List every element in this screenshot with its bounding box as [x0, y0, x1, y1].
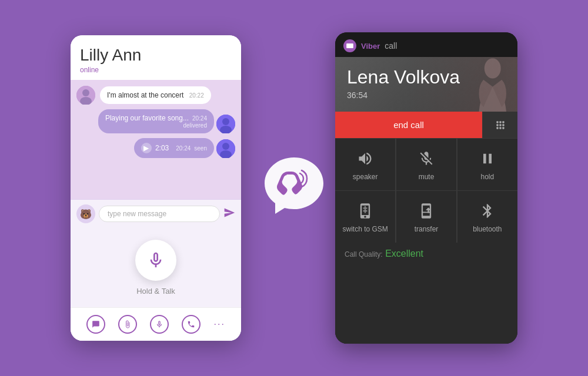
call-quality-label: Call Quality:: [345, 250, 383, 258]
emoji-button[interactable]: 🐻: [76, 204, 95, 223]
svg-point-7: [222, 143, 229, 150]
svg-rect-11: [499, 121, 501, 123]
gsm-icon: [355, 200, 376, 221]
call-quality-value: Excellent: [385, 249, 423, 258]
bottom-nav: ···: [71, 307, 241, 341]
svg-rect-12: [502, 121, 504, 123]
hold-talk-button[interactable]: [135, 240, 176, 281]
svg-rect-13: [496, 124, 498, 126]
nav-chat-icon[interactable]: [86, 315, 105, 334]
call-actions-top: speaker mute: [335, 139, 517, 191]
call-header-label: call: [385, 41, 397, 51]
msg-time-1: 20:22: [189, 92, 204, 99]
msg-status-2: delivered: [105, 122, 207, 129]
svg-rect-18: [502, 127, 504, 129]
phone-right: Viber call Lena Volkova 36:54 end call: [335, 32, 517, 344]
avatar-1: [76, 86, 95, 105]
hold-talk-label: Hold & Talk: [136, 287, 175, 296]
msg-text-2: Playing our favorite song...: [105, 114, 189, 122]
play-button[interactable]: ▶: [141, 143, 152, 153]
chat-messages: I'm almost at the concert 20:22 Playing …: [71, 80, 241, 199]
viber-app-name: Viber: [361, 42, 380, 51]
send-button[interactable]: [223, 207, 235, 221]
chat-header: Lilly Ann online: [71, 35, 241, 80]
nav-microphone-icon[interactable]: [150, 315, 169, 334]
pause-icon: [477, 148, 498, 169]
transfer-label: transfer: [415, 225, 439, 233]
hold-talk-area: Hold & Talk: [71, 228, 241, 307]
audio-bubble: ▶ 2:03 20:24 seen: [134, 138, 214, 158]
nav-call-icon[interactable]: [182, 315, 201, 334]
transfer-cell[interactable]: transfer: [396, 191, 456, 243]
bluetooth-label: bluetooth: [473, 225, 502, 233]
hold-label: hold: [480, 173, 494, 181]
msg-status-3: seen: [194, 145, 207, 152]
msg-text-1: I'm almost at the concert: [107, 91, 183, 99]
message-1: I'm almost at the concert 20:22: [76, 86, 235, 105]
gsm-cell[interactable]: switch to GSM: [335, 191, 396, 243]
audio-duration: 2:03: [155, 144, 169, 152]
call-duration: 36:54: [347, 90, 506, 100]
contact-name: Lilly Ann: [80, 46, 232, 65]
main-container: Lilly Ann online I'm almost at the conce…: [0, 0, 588, 376]
mute-icon: [416, 148, 437, 169]
msg-time-3: 20:24: [176, 145, 191, 152]
svg-rect-10: [496, 121, 498, 123]
keypad-button[interactable]: [482, 112, 517, 138]
message-input[interactable]: type new message: [99, 206, 220, 222]
end-call-row: end call: [335, 112, 517, 139]
viber-logo-center: [256, 150, 332, 226]
viber-badge: [343, 39, 356, 52]
caller-name: Lena Volkova: [347, 66, 506, 88]
bluetooth-icon: [477, 200, 498, 221]
svg-rect-14: [499, 124, 501, 126]
phone-left: Lilly Ann online I'm almost at the conce…: [71, 35, 241, 341]
hold-cell[interactable]: hold: [457, 139, 517, 190]
nav-attachment-icon[interactable]: [118, 315, 137, 334]
call-controls: end call: [335, 112, 517, 344]
speaker-icon: [355, 148, 376, 169]
transfer-icon: [416, 200, 437, 221]
svg-rect-17: [499, 127, 501, 129]
mute-cell[interactable]: mute: [396, 139, 456, 190]
svg-rect-16: [496, 127, 498, 129]
gsm-label: switch to GSM: [342, 225, 387, 233]
speaker-cell[interactable]: speaker: [335, 139, 396, 190]
svg-point-1: [82, 89, 89, 96]
contact-status: online: [80, 66, 232, 74]
nav-more-icon[interactable]: ···: [214, 319, 225, 330]
message-3: ▶ 2:03 20:24 seen: [134, 138, 235, 158]
chat-input-area: 🐻 type new message: [71, 199, 241, 228]
speaker-label: speaker: [353, 173, 378, 181]
viber-logo-svg: [259, 153, 329, 223]
msg-bubble-2: Playing our favorite song... 20:24 deliv…: [98, 109, 214, 133]
message-2: Playing our favorite song... 20:24 deliv…: [98, 109, 235, 133]
msg-bubble-1: I'm almost at the concert 20:22: [100, 86, 211, 104]
svg-point-4: [222, 118, 229, 125]
msg-time-2: 20:24: [192, 115, 207, 122]
bluetooth-cell[interactable]: bluetooth: [457, 191, 517, 243]
call-header: Viber call: [335, 32, 517, 57]
end-call-button[interactable]: end call: [335, 112, 482, 138]
call-quality-bar: Call Quality: Excellent: [335, 243, 517, 265]
call-actions-bottom: switch to GSM transfer: [335, 191, 517, 243]
avatar-2: [216, 115, 235, 133]
svg-rect-15: [502, 124, 504, 126]
mute-label: mute: [419, 173, 435, 181]
avatar-3: [216, 139, 235, 158]
caller-background: Lena Volkova 36:54: [335, 57, 517, 112]
